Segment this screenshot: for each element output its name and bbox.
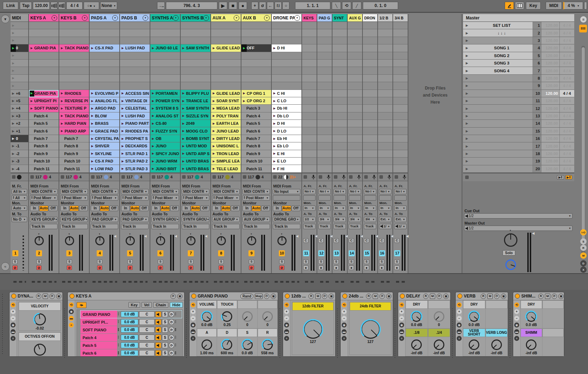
clip-slot[interactable] [272, 75, 301, 82]
clip-slot[interactable] [348, 112, 362, 120]
save-preset-icon[interactable]: ▣ [56, 294, 61, 299]
track-header[interactable]: PADS A▼ [90, 14, 119, 22]
solo-button[interactable]: S [127, 259, 133, 264]
save-preset-icon[interactable]: ▣ [501, 294, 506, 299]
clip-slot-filled[interactable]: ▶GRAND PIA [29, 90, 59, 97]
clip-play-icon[interactable]: ▶ [241, 97, 247, 104]
clip-slot-filled[interactable]: ▶C LO [272, 97, 301, 105]
volume-fader[interactable] [402, 235, 406, 271]
clip-slot-empty-patch[interactable]: Patch 5 [29, 120, 59, 127]
solo-button[interactable]: S [188, 259, 193, 264]
clip-play-icon[interactable]: ▶ [120, 135, 125, 142]
io-output-select[interactable]: 1/2▼ [303, 217, 316, 222]
clip-slot[interactable] [363, 127, 377, 135]
solo-button[interactable]: S [303, 259, 308, 264]
arm-button[interactable]: ⊘ [158, 265, 163, 270]
device-rail-list-button[interactable]: ≡ [399, 336, 404, 341]
clip-play-icon[interactable]: ▶ [59, 97, 65, 104]
clip-slot[interactable] [348, 52, 362, 60]
device-header[interactable]: 24db ...RM⟳▣ [341, 292, 393, 300]
scene-row[interactable]: ▶20120.004 / 4 [463, 165, 574, 173]
clip-play-icon[interactable]: ▶ [120, 97, 125, 104]
clip-slot-filled[interactable]: ▶GLIDE LEAD [211, 44, 241, 52]
clip-slot-filled[interactable]: ▶RHODES PA [120, 127, 150, 135]
device-header[interactable]: DYNA...RM⟳▣ [10, 292, 62, 300]
clip-slot-filled[interactable]: ▶ANALOG FL [90, 97, 119, 105]
crossfade-assign-button[interactable]: C [303, 238, 308, 243]
hotswap-r-button[interactable]: R [423, 294, 428, 299]
io-output-channel[interactable]: Track [364, 224, 376, 229]
io-output-select[interactable]: AUX GROUP▼ [242, 217, 270, 222]
clip-slot[interactable] [90, 60, 119, 67]
device-rand-button[interactable]: Rand [240, 294, 253, 299]
io-input-select[interactable]: No I▼ [318, 189, 331, 194]
chain-volume[interactable]: 0.0 dB [121, 327, 138, 333]
fold-session-arrow-button[interactable]: ▼ [1, 15, 10, 23]
track-header[interactable]: 3/4 B [393, 14, 408, 22]
scene-tempo[interactable]: 120.00 [541, 60, 560, 67]
clip-slot[interactable] [90, 52, 119, 60]
track-header[interactable]: SYNTHS B▼ [181, 14, 210, 22]
scene-row[interactable]: ▶14120.004 / 4 [463, 120, 574, 127]
clip-slot[interactable] [393, 105, 408, 112]
device-rail-up-button[interactable]: ◉ [457, 323, 462, 327]
clip-stop-button[interactable] [379, 175, 383, 179]
clip-play-icon[interactable]: ▶ [120, 142, 125, 149]
scene-tempo[interactable]: 120.00 [541, 105, 560, 112]
clip-play-icon[interactable]: ▶ [150, 127, 156, 134]
clip-slot[interactable] [211, 22, 241, 29]
clip-slot[interactable] [393, 52, 408, 60]
clip-slot[interactable] [378, 120, 392, 127]
map-m-button[interactable]: M [545, 294, 550, 299]
monitor-auto-button[interactable]: Auto [161, 206, 169, 211]
track-header[interactable]: PAD G [317, 14, 332, 22]
clip-slot[interactable] [317, 165, 332, 172]
crossfade-assign-button[interactable]: C [379, 238, 384, 243]
clip-play-icon[interactable]: ▶ [211, 112, 216, 119]
clip-stop-button[interactable] [12, 175, 16, 179]
clip-stop-button[interactable] [121, 175, 125, 179]
clip-play-icon[interactable]: ▶ [90, 120, 95, 127]
track-header[interactable]: DRONE PA▼ [272, 14, 301, 22]
mixer-view-toggle[interactable]: ‖‖‖ [579, 25, 587, 32]
device-activator-button[interactable] [515, 294, 520, 299]
computer-midi-keyboard-toggle[interactable] [515, 2, 524, 10]
save-preset-icon[interactable]: ▣ [271, 294, 276, 299]
scene-launch[interactable]: ▶-4 [11, 165, 28, 172]
clip-slot[interactable] [211, 67, 241, 74]
pan-knob[interactable] [35, 236, 44, 245]
clip-play-icon[interactable]: ▶ [241, 90, 247, 97]
track-activator-button[interactable]: 12 [318, 250, 324, 256]
scene-launch[interactable]: ▶+1 [11, 127, 28, 135]
clip-slot[interactable] [317, 150, 332, 158]
device-rail-up-button[interactable]: ◉ [69, 309, 74, 314]
scene-name-cell[interactable]: ▶SONG 2 [463, 52, 533, 59]
arm-button[interactable]: ⊘ [279, 265, 284, 270]
master-out-select[interactable]: 1/2▼ [464, 226, 572, 231]
clip-play-icon[interactable]: ▶ [181, 44, 186, 51]
clip-play-icon[interactable]: ▶ [59, 90, 65, 97]
volume-fader[interactable] [231, 235, 235, 271]
clip-play-icon[interactable]: ▶ [11, 44, 16, 51]
io-output-select[interactable]: 3/4▼ [334, 217, 346, 222]
clip-slot[interactable] [332, 105, 347, 112]
clip-stop-button[interactable] [319, 175, 322, 179]
track-fold-icon[interactable]: ▼ [52, 15, 57, 21]
volume-fader[interactable] [292, 235, 295, 271]
clip-slot[interactable] [120, 29, 150, 37]
clip-slot-filled[interactable]: ▶GLIDE LEAD [211, 90, 241, 97]
clip-slot[interactable] [302, 29, 317, 37]
solo-button[interactable]: S [318, 259, 324, 264]
device-rail-up-button[interactable]: ◉ [191, 323, 196, 327]
solo-button[interactable]: S [12, 259, 18, 264]
io-output-channel[interactable]: Track [349, 224, 361, 229]
clip-slot[interactable] [317, 22, 332, 29]
clip-slot[interactable] [332, 75, 347, 82]
clip-slot[interactable] [363, 37, 377, 44]
clip-slot[interactable] [241, 37, 271, 44]
clip-slot[interactable] [378, 29, 392, 37]
clip-slot-filled[interactable]: ▶SAW SYNTH [181, 44, 210, 52]
punch-in-toggle[interactable]: ╲ [332, 2, 341, 10]
io-input-select[interactable]: No I▼ [379, 189, 391, 194]
scene-tempo[interactable]: 120.00 [541, 75, 560, 82]
